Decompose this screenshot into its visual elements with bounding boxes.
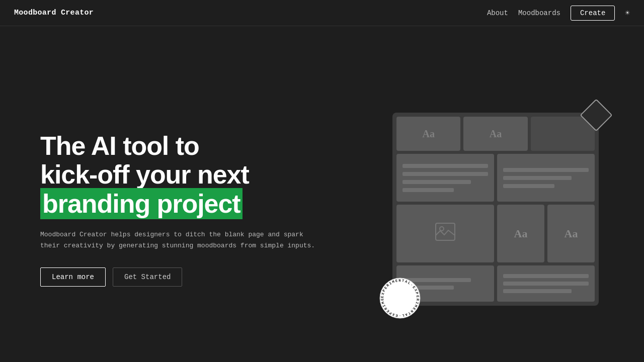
mboard-mid-row (396, 154, 595, 202)
mboard-cell-text2 (497, 154, 595, 202)
mboard-cell-dark1 (531, 117, 595, 151)
theme-toggle-icon[interactable]: ☀ (625, 8, 630, 18)
hero-heading: The AI tool to kick-off your next brandi… (40, 132, 322, 218)
text-line (503, 168, 589, 172)
mboard-third-row: Aa Aa (396, 205, 595, 262)
text-line (403, 164, 488, 168)
text-line (503, 184, 554, 188)
mboard-cell-bottom2 (497, 265, 595, 302)
moodboard-preview: Aa Aa (392, 113, 604, 306)
mboard-cell-aa2: Aa (463, 117, 527, 151)
text-line (403, 180, 471, 184)
mboard-top-row: Aa Aa (396, 117, 595, 151)
mboard-cell-text1 (396, 154, 494, 202)
get-started-button[interactable]: Get Started (113, 267, 182, 287)
moodboard-wrapper: Aa Aa (392, 113, 599, 306)
text-line (403, 188, 454, 192)
app-logo: Moodboard Creator (14, 9, 94, 17)
hero-heading-line1: The AI tool to (40, 131, 199, 160)
nav-right: About Moodboards Create ☀ (487, 6, 630, 21)
text-line (503, 282, 589, 286)
mboard-cell-aa3: Aa (497, 205, 544, 262)
nav-link-moodboards[interactable]: Moodboards (518, 9, 560, 17)
moodboard-grid: Aa Aa (392, 113, 599, 306)
nav-link-about[interactable]: About (487, 9, 508, 17)
experimental-stamp: EXPERIMENTAL·EXPERIMENTAL·EXPERIMENTAL·E… (377, 276, 423, 321)
hero-heading-line2: kick-off your next (40, 160, 249, 189)
text-line (503, 289, 572, 293)
mboard-cell-aa4: Aa (547, 205, 595, 262)
text-line (503, 274, 589, 278)
svg-point-2 (380, 278, 420, 318)
image-placeholder-icon (435, 223, 455, 245)
hero-description: Moodboard Creator helps designers to dit… (40, 229, 322, 251)
mboard-cell-image (396, 205, 494, 262)
text-line (403, 172, 488, 176)
mboard-aa-group: Aa Aa (497, 205, 595, 262)
learn-more-button[interactable]: Learn more (40, 267, 106, 287)
navbar: Moodboard Creator About Moodboards Creat… (0, 0, 644, 26)
mboard-cell-aa1: Aa (396, 117, 460, 151)
nav-create-button[interactable]: Create (571, 6, 615, 21)
hero-text: The AI tool to kick-off your next brandi… (40, 132, 322, 287)
hero-buttons: Learn more Get Started (40, 267, 322, 287)
text-line (503, 176, 572, 180)
hero-section: The AI tool to kick-off your next brandi… (0, 26, 644, 362)
mboard-bottom-row (396, 265, 595, 302)
hero-heading-highlight: branding project (40, 188, 243, 219)
